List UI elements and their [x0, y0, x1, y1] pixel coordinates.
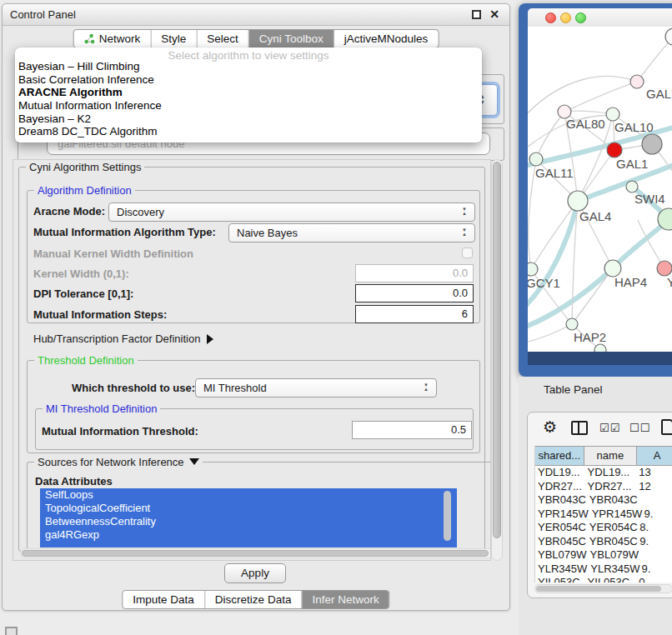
- split-view-icon[interactable]: [571, 421, 588, 435]
- select-all-icon[interactable]: ☑☑: [599, 422, 620, 434]
- kernel-width-field[interactable]: 0.0: [355, 264, 474, 282]
- zoom-traffic-light-icon[interactable]: [575, 12, 586, 23]
- tab-select[interactable]: Select: [197, 30, 249, 48]
- table-body: YDL19...YDL19...13YDR27...YDR27...12YBR0…: [535, 466, 672, 582]
- dropdown-placeholder: Select algorithm to view settings: [15, 48, 482, 60]
- network-node-swi4[interactable]: [626, 181, 638, 192]
- tab-discretize-data[interactable]: Discretize Data: [205, 591, 303, 608]
- node-table[interactable]: shared...nameA YDL19...YDL19...13YDR27..…: [534, 446, 672, 582]
- network-graph[interactable]: GAL7GAL80GAL10GAL1GAL11SWI4GAL4GCY1HAP4Y…: [528, 27, 672, 352]
- network-node-gcy1[interactable]: [528, 262, 538, 276]
- table-horizontal-scrollbar[interactable]: [534, 584, 672, 593]
- network-node[interactable]: [594, 344, 606, 352]
- algorithm-option[interactable]: Dream8 DC_TDC Algorithm: [15, 125, 482, 138]
- column-header[interactable]: shared...: [535, 447, 584, 465]
- float-window-icon[interactable]: [472, 10, 481, 19]
- attribute-item[interactable]: SelfLoops: [40, 488, 457, 502]
- table-row[interactable]: YBR045CYBR045C9.: [535, 535, 672, 549]
- table-cell: 9.: [640, 562, 672, 577]
- algorithm-option[interactable]: Basic Correlation Inference: [15, 73, 482, 87]
- expand-arrow-icon: [207, 334, 213, 344]
- settings-horizontal-scrollbar[interactable]: [20, 548, 491, 558]
- mi-type-value: Naive Bayes: [237, 227, 298, 239]
- table-row[interactable]: YBL079WYBL079W: [535, 548, 672, 562]
- network-node-gal4[interactable]: [568, 191, 588, 211]
- collapse-arrow-icon: [189, 458, 199, 465]
- network-node-gal11[interactable]: [529, 152, 543, 166]
- manual-kernel-checkbox[interactable]: [462, 248, 473, 258]
- close-traffic-light-icon[interactable]: [545, 12, 556, 23]
- table-row[interactable]: YBR043CYBR043C: [535, 493, 672, 508]
- dpi-tolerance-field[interactable]: 0.0: [355, 284, 474, 302]
- tab-impute-data[interactable]: Impute Data: [123, 591, 205, 608]
- tab-cyni-toolbox[interactable]: Cyni Toolbox: [249, 30, 334, 48]
- node-label: HAP2: [574, 330, 606, 344]
- algorithm-option[interactable]: ARACNE Algorithm: [15, 86, 482, 99]
- combo-arrows-icon: [460, 226, 472, 240]
- minimize-traffic-light-icon[interactable]: [560, 12, 571, 23]
- mi-steps-field[interactable]: 6: [355, 305, 474, 323]
- table-row[interactable]: YDL19...YDL19...13: [535, 466, 672, 480]
- column-header[interactable]: name: [584, 447, 638, 465]
- algorithm-option[interactable]: Bayesian – Hill Climbing: [15, 60, 482, 73]
- network-node-gal7[interactable]: [630, 75, 644, 88]
- attribute-item[interactable]: gal4RGexp: [40, 528, 457, 542]
- node-label: GAL4: [579, 209, 611, 223]
- network-node-gal1[interactable]: [607, 142, 622, 158]
- tab-label: Discretize Data: [215, 593, 292, 606]
- network-canvas[interactable]: GAL7GAL80GAL10GAL1GAL11SWI4GAL4GCY1HAP4Y…: [528, 27, 672, 352]
- settings-vertical-scrollbar[interactable]: [491, 159, 503, 561]
- tab-style[interactable]: Style: [151, 30, 197, 48]
- mi-threshold-field[interactable]: 0.5: [352, 421, 472, 439]
- table-cell: YDL19...: [535, 466, 584, 480]
- apply-button[interactable]: Apply: [224, 563, 286, 583]
- tab-infer-network[interactable]: Infer Network: [302, 591, 389, 608]
- window-title: Control Panel: [10, 8, 76, 21]
- column-header[interactable]: A: [637, 447, 672, 465]
- algorithm-option[interactable]: Bayesian – K2: [15, 112, 482, 126]
- aracne-mode-combo[interactable]: Discovery: [108, 202, 475, 222]
- node-label: GAL7: [646, 87, 672, 101]
- table-row[interactable]: YDR27...YDR27...12: [535, 480, 672, 494]
- mi-type-combo[interactable]: Naive Bayes: [228, 223, 475, 242]
- network-node[interactable]: [642, 134, 662, 154]
- network-node-hap4[interactable]: [604, 260, 621, 277]
- table-row[interactable]: YPR145WYPR145W9.: [535, 508, 672, 522]
- tab-network[interactable]: Network: [74, 30, 152, 48]
- which-threshold-combo[interactable]: MI Threshold: [195, 378, 437, 398]
- network-edge: [528, 324, 572, 343]
- gear-icon[interactable]: ⚙: [543, 418, 557, 437]
- combo-arrows-icon: [460, 205, 472, 219]
- new-column-icon[interactable]: [661, 419, 672, 435]
- network-node-hap2[interactable]: [566, 318, 578, 330]
- network-window-footer: [528, 352, 672, 365]
- sources-group-title[interactable]: Sources for Network Inference: [34, 456, 203, 468]
- attributes-scrollbar[interactable]: [444, 491, 451, 541]
- table-row[interactable]: YLR345WYLR345W9.: [535, 562, 672, 577]
- table-cell: YPR145W: [535, 508, 589, 522]
- table-cell: YER054C: [586, 521, 638, 535]
- tab-jactivemnodules[interactable]: jActiveMNodules: [334, 30, 439, 48]
- table-row[interactable]: YER054CYER054C8.: [535, 521, 672, 535]
- table-cell: 0.: [637, 576, 672, 582]
- table-cell: [638, 493, 672, 508]
- network-node[interactable]: [665, 28, 672, 45]
- algorithm-option[interactable]: Mutual Information Inference: [15, 99, 482, 112]
- node-label: GAL1: [616, 157, 648, 171]
- close-icon[interactable]: ✕: [489, 8, 499, 21]
- data-attributes-list[interactable]: SelfLoopsTopologicalCoefficientBetweenne…: [40, 488, 457, 548]
- network-edge: [564, 82, 637, 112]
- attribute-item[interactable]: TopologicalCoefficient: [40, 502, 457, 515]
- deselect-all-icon[interactable]: ☐☐: [629, 422, 650, 434]
- network-node-gal10[interactable]: [606, 108, 619, 121]
- network-edge: [528, 77, 637, 120]
- network-node-y[interactable]: [657, 261, 672, 276]
- tab-label: Impute Data: [133, 593, 194, 606]
- node-label: HAP4: [614, 275, 647, 289]
- table-cell: YDL19...: [584, 466, 638, 480]
- tab-label: Infer Network: [312, 593, 379, 606]
- dock-chip-icon[interactable]: [5, 627, 18, 635]
- table-row[interactable]: YIL053CYIL053C0.: [535, 576, 672, 582]
- hub-definition-toggle[interactable]: Hub/Transcription Factor Definition: [33, 332, 213, 345]
- attribute-item[interactable]: BetweennessCentrality: [40, 515, 457, 528]
